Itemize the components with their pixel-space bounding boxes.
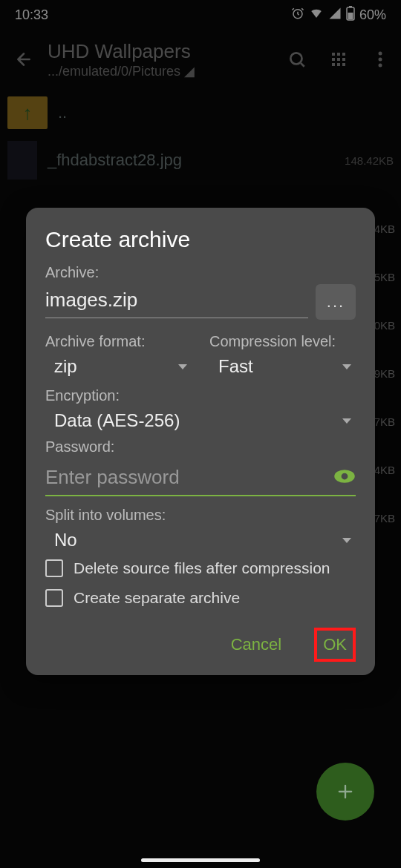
add-fab[interactable] <box>316 763 374 821</box>
archive-name-input[interactable] <box>45 286 308 318</box>
separate-archive-label: Create separate archive <box>74 589 240 607</box>
ok-button[interactable]: OK <box>314 628 356 662</box>
compression-label: Compression level: <box>209 333 356 350</box>
chevron-down-icon <box>342 364 351 369</box>
format-label: Archive format: <box>45 333 192 350</box>
checkbox-icon <box>45 589 63 607</box>
checkbox-icon <box>45 559 63 577</box>
compression-select[interactable]: Fast <box>209 353 356 380</box>
format-select[interactable]: zip <box>45 353 192 380</box>
cancel-button[interactable]: Cancel <box>225 629 287 660</box>
separate-archive-checkbox-row[interactable]: Create separate archive <box>45 583 356 613</box>
delete-source-label: Delete source files after compression <box>74 559 330 577</box>
split-label: Split into volumes: <box>45 507 356 524</box>
svg-point-18 <box>342 473 348 479</box>
chevron-down-icon <box>342 418 351 424</box>
dialog-title: Create archive <box>45 227 356 252</box>
chevron-down-icon <box>342 538 351 543</box>
chevron-down-icon <box>178 364 187 369</box>
gesture-bar <box>141 858 260 862</box>
create-archive-dialog: Create archive Archive: ... Archive form… <box>26 208 375 675</box>
password-input[interactable] <box>45 460 333 495</box>
encryption-label: Encryption: <box>45 387 356 404</box>
split-select[interactable]: No <box>45 527 356 553</box>
password-label: Password: <box>45 438 356 456</box>
delete-source-checkbox-row[interactable]: Delete source files after compression <box>45 553 356 583</box>
browse-button[interactable]: ... <box>316 284 356 320</box>
dialog-overlay: Create archive Archive: ... Archive form… <box>0 0 401 868</box>
encryption-select[interactable]: Data (AES-256) <box>45 407 356 434</box>
archive-label: Archive: <box>45 264 356 281</box>
show-password-icon[interactable] <box>333 468 356 487</box>
